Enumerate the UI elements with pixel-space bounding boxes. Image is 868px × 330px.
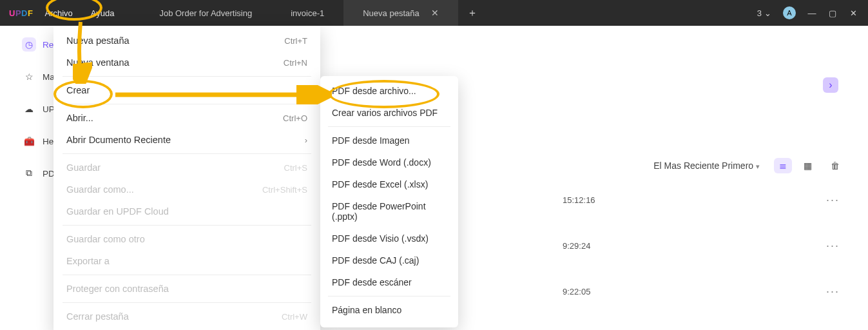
toolbox-icon: 🧰 <box>22 134 36 148</box>
file-time: 9:29:24 <box>563 241 590 251</box>
view-grid-button[interactable]: ▦ <box>798 158 816 173</box>
submenu-blank-page[interactable]: Página en blanco <box>320 299 458 321</box>
submenu-pdf-from-scanner[interactable]: PDF desde escáner <box>320 271 458 293</box>
app-logo: UPDF <box>0 8 41 18</box>
menu-save: GuardarCtrl+S <box>53 157 320 179</box>
minimize-button[interactable]: ― <box>807 8 816 17</box>
chevron-right-icon: › <box>829 79 832 91</box>
menu-save-cloud: Guardar en UPDF Cloud <box>53 200 320 222</box>
file-row[interactable]: 15:12:16 ··· <box>563 193 840 207</box>
chevron-right-icon: › <box>305 86 307 95</box>
file-row[interactable]: 9:22:05 ··· <box>563 285 840 298</box>
menu-new-window[interactable]: Nueva ventanaCtrl+N <box>53 52 320 73</box>
menu-protect: Proteger con contraseña <box>53 278 320 300</box>
new-tab-button[interactable]: ＋ <box>458 0 487 26</box>
window-count-badge[interactable]: 3 ⌄ <box>757 8 771 18</box>
menu-file[interactable]: Archivo <box>44 8 72 18</box>
create-submenu: PDF desde archivo... Crear varios archiv… <box>320 76 458 327</box>
submenu-pdf-from-visio[interactable]: PDF desde Visio (.vsdx) <box>320 228 458 249</box>
menu-export: Exportar a <box>53 250 320 272</box>
more-button[interactable]: ··· <box>826 285 840 298</box>
submenu-create-multiple[interactable]: Crear varios archivos PDF <box>320 102 458 124</box>
clock-icon: ◷ <box>22 37 36 52</box>
tab-invoice[interactable]: invoice-1 <box>271 0 343 26</box>
chevron-down-icon: ▾ <box>756 162 760 170</box>
submenu-pdf-from-file[interactable]: PDF desde archivo... <box>320 80 458 102</box>
star-icon: ☆ <box>22 70 36 84</box>
list-icon: ≣ <box>779 160 787 171</box>
close-icon[interactable]: ✕ <box>431 8 439 18</box>
chevron-right-icon: › <box>305 135 307 145</box>
copy-icon: ⧉ <box>22 166 36 180</box>
more-button[interactable]: ··· <box>826 193 840 207</box>
menu-open-recent[interactable]: Abrir Dcumento Reciente› <box>53 129 320 151</box>
view-list-button[interactable]: ≣ <box>774 158 792 173</box>
menu-help[interactable]: Ayuda <box>91 8 115 18</box>
maximize-button[interactable]: ▢ <box>828 8 837 17</box>
submenu-pdf-from-image[interactable]: PDF desde Imagen <box>320 130 458 151</box>
menu-close-tab: Cerrar pestañaCtrl+W <box>53 306 320 327</box>
chevron-down-icon: ⌄ <box>764 8 771 18</box>
expand-chip-button[interactable]: › <box>823 77 838 93</box>
file-menu-dropdown: Nueva pestañaCtrl+T Nueva ventanaCtrl+N … <box>53 26 320 330</box>
tab-job-order[interactable]: Job Order for Advertising <box>140 0 271 26</box>
submenu-pdf-from-ppt[interactable]: PDF desde PowerPoint (.pptx) <box>320 195 458 228</box>
grid-icon: ▦ <box>804 160 812 171</box>
tab-strip: Job Order for Advertising invoice-1 Nuev… <box>140 0 486 26</box>
submenu-pdf-from-caj[interactable]: PDF desde CAJ (.caj) <box>320 249 458 271</box>
menu-create[interactable]: Crear› <box>53 79 320 101</box>
menu-save-as: Guardar como...Ctrl+Shift+S <box>53 179 320 200</box>
submenu-pdf-from-excel[interactable]: PDF desde Excel (.xlsx) <box>320 173 458 195</box>
tab-new[interactable]: Nueva pestaña ✕ <box>343 0 458 26</box>
submenu-pdf-from-word[interactable]: PDF desde Word (.docx) <box>320 151 458 173</box>
file-time: 15:12:16 <box>563 195 595 205</box>
menu-open[interactable]: Abrir...Ctrl+O <box>53 107 320 129</box>
more-button[interactable]: ··· <box>826 239 840 253</box>
avatar[interactable]: A <box>783 6 796 19</box>
trash-button[interactable]: 🗑 <box>831 160 840 171</box>
menu-new-tab[interactable]: Nueva pestañaCtrl+T <box>53 30 320 52</box>
file-time: 9:22:05 <box>563 287 590 296</box>
sort-dropdown[interactable]: El Mas Reciente Primero ▾ <box>653 160 760 171</box>
menu-save-other: Guardar como otro <box>53 228 320 250</box>
close-window-button[interactable]: ✕ <box>849 8 858 17</box>
cloud-icon: ☁ <box>22 102 36 116</box>
file-row[interactable]: 9:29:24 ··· <box>563 239 840 253</box>
